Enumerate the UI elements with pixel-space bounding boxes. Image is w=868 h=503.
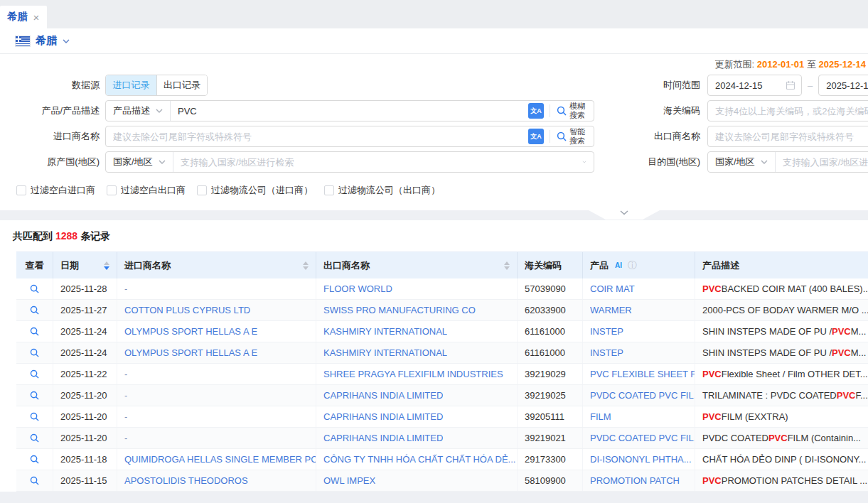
- dest-country-type-select[interactable]: 国家/地区: [708, 152, 776, 172]
- sort-icon-exporter[interactable]: [504, 261, 510, 270]
- cell-product-desc: SHIN INSTEPS MADE OF PU / PVC M...: [695, 342, 868, 363]
- importer-link[interactable]: -: [124, 433, 127, 443]
- importer-link[interactable]: OLYMPUS SPORT HELLAS A E: [124, 347, 257, 358]
- checkbox-icon[interactable]: [107, 185, 117, 195]
- view-record-button[interactable]: [29, 454, 40, 465]
- translate-icon[interactable]: 文A: [528, 103, 544, 119]
- exporter-link[interactable]: CAPRIHANS INDIA LIMITED: [323, 433, 443, 443]
- exporter-link[interactable]: KASHMIRY INTERNATIONAL: [323, 326, 447, 337]
- fuzzy-search-button[interactable]: 模糊搜索: [550, 102, 594, 119]
- origin-country-label: 原产国(地区): [0, 156, 100, 168]
- exporter-link[interactable]: CAPRIHANS INDIA LIMITED: [323, 390, 443, 401]
- hs-code-field[interactable]: [707, 100, 868, 121]
- exporter-input[interactable]: [708, 126, 868, 146]
- importer-link[interactable]: -: [124, 283, 127, 294]
- exporter-field[interactable]: [707, 126, 868, 147]
- product-link[interactable]: PROMOTION PATCH: [590, 475, 680, 486]
- product-type-select[interactable]: 产品描述: [106, 101, 171, 121]
- hs-code-input[interactable]: [708, 101, 868, 121]
- exporter-link[interactable]: OWL IMPEX: [323, 475, 375, 486]
- view-record-button[interactable]: [29, 433, 40, 443]
- data-source-toggle: 进口记录 出口记录: [105, 75, 208, 96]
- tab-greece[interactable]: 希腊 ×: [0, 6, 47, 28]
- checkbox-icon[interactable]: [197, 185, 207, 195]
- view-record-button[interactable]: [29, 305, 40, 315]
- checkbox-icon[interactable]: [16, 185, 26, 195]
- chevron-down-icon: [761, 160, 768, 164]
- product-link[interactable]: COIR MAT: [590, 283, 635, 294]
- view-record-button[interactable]: [29, 326, 40, 337]
- col-exporter[interactable]: 出口商名称: [316, 252, 518, 278]
- filter-logistics-importer-checkbox[interactable]: 过滤物流公司（进口商）: [197, 184, 313, 197]
- import-records-button[interactable]: 进口记录: [106, 75, 156, 95]
- origin-country-type-select[interactable]: 国家/地区: [106, 152, 173, 172]
- product-link[interactable]: PVDC COATED PVC FIL...: [590, 390, 695, 401]
- magnifier-icon: [29, 305, 40, 315]
- date-end-input[interactable]: [819, 75, 868, 95]
- importer-link[interactable]: -: [124, 411, 127, 422]
- importer-link[interactable]: -: [124, 369, 127, 379]
- view-record-button[interactable]: [29, 390, 40, 401]
- exporter-link[interactable]: CAPRIHANS INDIA LIMITED: [323, 411, 443, 422]
- magnifier-icon: [29, 433, 40, 443]
- cell-hs-code: 57039090: [518, 278, 583, 299]
- product-link[interactable]: INSTEP: [590, 326, 623, 337]
- importer-input[interactable]: [106, 126, 523, 146]
- importer-link[interactable]: APOSTOLIDIS THEODOROS: [124, 475, 248, 486]
- filter-logistics-exporter-checkbox[interactable]: 过滤物流公司（出口商）: [324, 184, 440, 197]
- col-date[interactable]: 日期: [53, 252, 117, 278]
- view-record-button[interactable]: [29, 369, 40, 379]
- close-icon[interactable]: ×: [33, 12, 40, 23]
- importer-link[interactable]: QUIMIDROGA HELLAS SINGLE MEMBER PC: [124, 454, 316, 465]
- cell-hs-code: 62033900: [518, 300, 583, 320]
- cell-product-desc: PVC PROMOTION PATCHES DETAIL ...: [695, 470, 868, 491]
- view-record-button[interactable]: [29, 283, 40, 294]
- chevron-down-icon: [620, 210, 628, 215]
- importer-link[interactable]: COTTON PLUS CYPRUS LTD: [124, 305, 250, 315]
- sort-icon-date[interactable]: [104, 261, 109, 270]
- chevron-down-icon[interactable]: [63, 39, 70, 43]
- translate-icon[interactable]: 文A: [528, 129, 544, 144]
- view-record-button[interactable]: [29, 475, 40, 486]
- product-search-input[interactable]: [171, 101, 523, 121]
- table-row: 2025-11-20 - CAPRIHANS INDIA LIMITED 392…: [16, 406, 868, 428]
- col-importer[interactable]: 进口商名称: [117, 252, 316, 278]
- origin-country-input[interactable]: [173, 152, 581, 172]
- importer-link[interactable]: -: [124, 390, 127, 401]
- dest-country-input[interactable]: [776, 152, 868, 172]
- exporter-link[interactable]: KASHMIRY INTERNATIONAL: [323, 347, 447, 358]
- product-link[interactable]: DI-ISONONYL PHTHA...: [590, 454, 692, 465]
- view-record-button[interactable]: [29, 411, 40, 422]
- dest-country-field: 国家/地区: [707, 151, 868, 173]
- importer-link[interactable]: OLYMPUS SPORT HELLAS A E: [124, 326, 257, 337]
- sort-icon-importer[interactable]: [303, 261, 309, 270]
- product-link[interactable]: INSTEP: [590, 347, 623, 358]
- exporter-link[interactable]: CÔNG TY TNHH HÓA CHẤT CHẤT HÓA DẺ...: [323, 454, 515, 465]
- date-start-input[interactable]: [708, 75, 786, 95]
- product-link[interactable]: FILM: [590, 411, 611, 422]
- filter-blank-exporter-checkbox[interactable]: 过滤空白出口商: [107, 184, 186, 197]
- exporter-link[interactable]: SWISS PRO MANUFACTURING CO: [323, 305, 476, 315]
- date-end-field[interactable]: [818, 75, 868, 96]
- product-link[interactable]: WARMER: [590, 305, 632, 315]
- product-link[interactable]: PVDC COATED PVC FIL...: [590, 433, 695, 443]
- exporter-link[interactable]: SHREE PRAGYA FLEXIFILM INDUSTRIES: [323, 369, 503, 379]
- info-icon[interactable]: ⓘ: [628, 259, 637, 272]
- checkbox-icon[interactable]: [324, 185, 334, 195]
- col-product: 产品 AI ⓘ: [583, 252, 695, 278]
- product-link[interactable]: PVC FLEXIBLE SHEET F...: [590, 369, 695, 379]
- magnifier-icon: [29, 411, 40, 422]
- collapse-form-button[interactable]: [589, 210, 660, 220]
- export-records-button[interactable]: 出口记录: [156, 75, 207, 95]
- filter-blank-importer-checkbox[interactable]: 过滤空白进口商: [16, 184, 95, 197]
- cell-hs-code: 58109900: [518, 470, 583, 491]
- date-start-field[interactable]: [707, 75, 802, 96]
- smart-search-button[interactable]: 智能搜索: [550, 127, 594, 145]
- exporter-label: 出口商名称: [611, 130, 700, 143]
- view-record-button[interactable]: [29, 347, 40, 358]
- cell-product-desc: TRILAMINATE : PVDC COATED PVC F...: [695, 385, 868, 406]
- magnifier-icon: [29, 347, 40, 358]
- exporter-link[interactable]: FLOOR WORLD: [323, 283, 392, 294]
- cell-date: 2025-11-20: [53, 385, 117, 406]
- filter-checkbox-row: 过滤空白进口商 过滤空白出口商 过滤物流公司（进口商） 过滤物流公司（出口商）: [0, 175, 868, 206]
